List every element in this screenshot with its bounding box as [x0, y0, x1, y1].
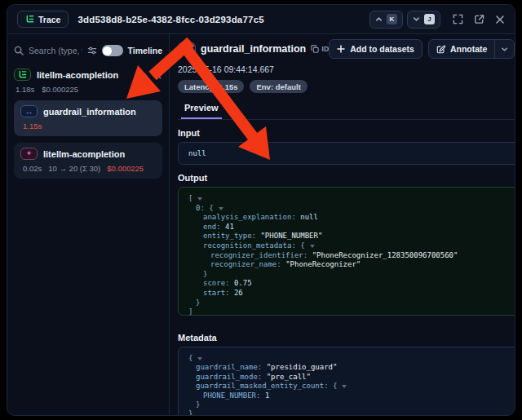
metadata-title: Metadata: [178, 333, 217, 343]
chevron-down-icon: [413, 15, 420, 23]
annotate-dropdown-button[interactable]: [495, 40, 514, 58]
env-badge: Env: default: [250, 80, 307, 93]
tree-controls: [140, 71, 162, 79]
observation-detail-panel: ↔ guardrail_information ID Add to datase…: [170, 34, 515, 416]
output-title: Output: [178, 173, 207, 183]
timeline-toggle-label: Timeline: [128, 46, 162, 55]
add-to-datasets-label: Add to datasets: [350, 44, 414, 54]
copy-icon: [311, 45, 319, 53]
chevron-down-icon: [501, 46, 508, 53]
latency-badge: Latency: 1.15s: [178, 80, 244, 93]
search-icon: [14, 46, 24, 55]
trace-tree-sidebar: Timeline litellm-acompletion: [7, 34, 170, 416]
tree-item-label: litellm-acompletion: [43, 149, 125, 159]
expand-icon[interactable]: [453, 14, 463, 24]
tree-root-label: litellm-acompletion: [37, 70, 118, 80]
span-type-icon: ↔: [20, 105, 38, 117]
collapse-all-icon[interactable]: [154, 71, 162, 79]
observation-header: ↔ guardrail_information ID Add to datase…: [178, 39, 515, 59]
next-observation-button[interactable]: J: [407, 11, 440, 29]
output-json: [0: {analysis_explanation: nullend: 41en…: [178, 187, 515, 316]
topbar: Trace 3dd538d8-b25e-4382-8fcc-03d293da77…: [7, 5, 515, 34]
open-external-icon[interactable]: [474, 14, 484, 24]
add-to-datasets-button[interactable]: Add to datasets: [329, 39, 422, 59]
close-icon[interactable]: [495, 15, 505, 24]
header-actions: Add to datasets Annotate: [329, 39, 515, 59]
annotate-label: Annotate: [450, 44, 488, 54]
input-section-header: Input: [178, 128, 515, 138]
window-controls: [453, 14, 505, 24]
kbd-j: J: [424, 14, 435, 24]
annotate-button[interactable]: Annotate: [429, 40, 495, 58]
kbd-k: K: [387, 14, 397, 24]
annotate-split-button: Annotate: [428, 39, 515, 59]
trace-badge-label: Trace: [38, 15, 60, 24]
tree-root-metrics: 1.18s $0.000225: [15, 85, 162, 94]
filter-sliders-icon[interactable]: [87, 46, 97, 55]
tree-root-trace[interactable]: litellm-acompletion: [14, 69, 162, 81]
tree-item-litellm-acompletion[interactable]: ✦ litellm-acompletion 0.02s 10 → 20 (Σ 3…: [14, 143, 162, 179]
root-cost: $0.000225: [42, 85, 78, 94]
tree-item-label: guardrail_information: [43, 107, 136, 117]
search-input[interactable]: [29, 46, 82, 55]
plus-icon: [337, 45, 345, 53]
input-title: Input: [178, 128, 200, 138]
search-row: Timeline: [14, 41, 162, 60]
tree-item-guardrail-information[interactable]: ↔ guardrail_information 1.15s: [14, 100, 162, 136]
tab-preview[interactable]: Preview: [181, 100, 222, 119]
chevron-up-icon: [375, 15, 383, 23]
trace-detail-window: Trace 3dd538d8-b25e-4382-8fcc-03d293da77…: [7, 4, 515, 416]
input-json: null: [178, 142, 515, 165]
list-tree-icon: [25, 15, 34, 24]
generation-type-icon: ✦: [20, 148, 38, 160]
copy-id-button[interactable]: ID: [311, 45, 329, 53]
trace-type-icon: [14, 69, 31, 81]
item-latency: 0.02s: [23, 164, 42, 173]
toggle-knob: [103, 46, 112, 55]
observation-timestamp: 2025-05-16 09:44:14.667: [178, 64, 515, 74]
metadata-json: {guardrail_name: "presidio_guard"guardra…: [178, 347, 515, 416]
trace-tree: litellm-acompletion 1.18s $0.000225 ↔: [14, 69, 162, 179]
observation-badges: Latency: 1.15s Env: default: [178, 80, 515, 93]
prev-observation-button[interactable]: K: [369, 11, 403, 29]
item-cost: $0.000225: [107, 164, 144, 173]
item-latency: 1.15s: [23, 122, 42, 130]
output-section-header: Output: [178, 173, 515, 183]
root-latency: 1.18s: [15, 85, 34, 94]
edit-pencil-icon: [436, 45, 445, 54]
timeline-toggle[interactable]: [102, 45, 123, 56]
collapse-chevron-up-icon[interactable]: [140, 71, 148, 79]
app-window: Trace 3dd538d8-b25e-4382-8fcc-03d293da77…: [0, 0, 522, 420]
id-label: ID: [321, 45, 329, 53]
topbar-actions: K J: [369, 11, 505, 29]
trace-badge: Trace: [17, 11, 69, 28]
detail-tabs: Preview: [178, 100, 515, 120]
metadata-section-header: Metadata: [178, 333, 515, 343]
trace-id: 3dd538d8-b25e-4382-8fcc-03d293da77c5: [77, 15, 263, 24]
content-split: Timeline litellm-acompletion: [7, 34, 515, 416]
page-title: guardrail_information: [201, 43, 306, 55]
item-tokens: 10 → 20 (Σ 30): [48, 164, 100, 173]
span-type-icon: ↔: [178, 42, 196, 55]
